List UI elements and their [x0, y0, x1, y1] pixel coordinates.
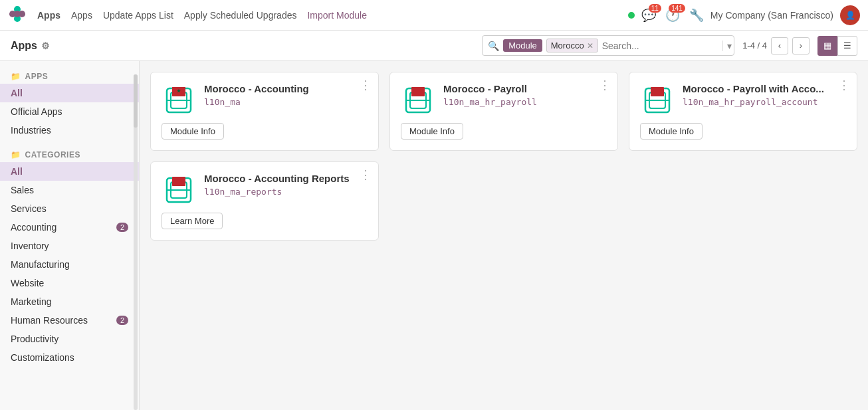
- page-title: Apps ⚙: [11, 40, 50, 52]
- messages-badge: 11: [649, 4, 661, 13]
- sidebar-item-human-resources[interactable]: Human Resources 2: [0, 311, 139, 330]
- card-icon-1: [401, 83, 435, 118]
- svg-point-4: [14, 11, 21, 17]
- folder-icon-2: 📁: [11, 150, 21, 159]
- user-avatar[interactable]: 👤: [840, 5, 860, 25]
- card-action-button-1[interactable]: Module Info: [401, 123, 463, 140]
- app-card-0: ⋮ Morocco - Acc: [150, 72, 379, 151]
- sidebar-item-all-categories[interactable]: All: [0, 162, 139, 181]
- sidebar-item-accounting[interactable]: Accounting 2: [0, 218, 139, 237]
- top-navigation: Apps Apps Update Apps List Apply Schedul…: [0, 0, 868, 31]
- search-bar: 🔍 Module Morocco ✕ ▾: [482, 35, 734, 56]
- search-dropdown-icon[interactable]: ▾: [722, 41, 732, 51]
- messages-button[interactable]: 💬 11: [641, 8, 656, 23]
- apps-grid: ⋮ Morocco - Acc: [150, 72, 857, 241]
- settings-gear-icon[interactable]: ⚙: [41, 41, 50, 51]
- card-menu-button-2[interactable]: ⋮: [838, 79, 850, 91]
- app-card-3: ⋮ Morocco - Accounting Reports l10n_ma_r…: [150, 161, 379, 241]
- folder-icon: 📁: [11, 72, 21, 81]
- card-title-3: Morocco - Accounting Reports: [204, 173, 368, 184]
- nav-link-import[interactable]: Import Module: [307, 10, 366, 21]
- apps-home-link[interactable]: Apps: [37, 10, 60, 21]
- card-action-button-0[interactable]: Module Info: [162, 123, 224, 140]
- pagination: 1-4 / 4 ‹ ›: [742, 37, 810, 54]
- nav-link-update[interactable]: Update Apps List: [103, 10, 173, 21]
- sidebar-item-customizations[interactable]: Customizations: [0, 348, 139, 367]
- card-icon-3: [162, 173, 196, 207]
- nav-links: Apps Update Apps List Apply Scheduled Up…: [71, 10, 367, 21]
- sidebar-item-website[interactable]: Website: [0, 274, 139, 292]
- card-icon-2: [640, 83, 675, 118]
- card-title-0: Morocco - Accounting: [204, 83, 368, 94]
- sidebar: 📁 APPS All Official Apps Industries 📁 CA…: [0, 61, 140, 410]
- settings-icon[interactable]: 🔧: [689, 8, 704, 23]
- card-title-2: Morocco - Payroll with Acco...: [683, 83, 846, 94]
- main-layout: 📁 APPS All Official Apps Industries 📁 CA…: [0, 61, 868, 410]
- company-name[interactable]: My Company (San Francisco): [710, 10, 833, 21]
- grid-view-button[interactable]: ▦: [817, 36, 837, 56]
- card-module-3: l10n_ma_reports: [204, 187, 368, 197]
- categories-section-header: 📁 CATEGORIES: [0, 145, 139, 162]
- card-module-2: l10n_ma_hr_payroll_account: [683, 97, 846, 107]
- activity-button[interactable]: 🕐 141: [665, 8, 680, 23]
- sidebar-item-marketing[interactable]: Marketing: [0, 292, 139, 311]
- sidebar-item-inventory[interactable]: Inventory: [0, 237, 139, 255]
- sidebar-item-all-apps[interactable]: All: [0, 84, 139, 102]
- nav-link-upgrades[interactable]: Apply Scheduled Upgrades: [184, 10, 297, 21]
- card-menu-button-1[interactable]: ⋮: [599, 79, 611, 91]
- sidebar-item-services[interactable]: Services: [0, 199, 139, 218]
- card-menu-button-0[interactable]: ⋮: [360, 79, 372, 91]
- app-card-1: ⋮ Morocco - Payroll l10n_ma_hr_payroll: [389, 72, 618, 151]
- online-status-dot: [628, 12, 635, 19]
- sidebar-item-productivity[interactable]: Productivity: [0, 330, 139, 348]
- scrollbar-track: [134, 74, 138, 410]
- nav-link-apps[interactable]: Apps: [71, 10, 92, 21]
- list-view-button[interactable]: ☰: [837, 36, 857, 56]
- search-tag-module[interactable]: Module: [503, 39, 542, 52]
- card-icon-0: [162, 83, 196, 118]
- card-action-button-3[interactable]: Learn More: [162, 213, 223, 229]
- pagination-range: 1-4 / 4: [742, 41, 767, 51]
- sidebar-item-manufacturing[interactable]: Manufacturing: [0, 255, 139, 274]
- card-module-1: l10n_ma_hr_payroll: [443, 97, 607, 107]
- svg-rect-22: [172, 177, 185, 186]
- search-icon: 🔍: [488, 41, 499, 51]
- hr-count-badge: 2: [116, 316, 128, 325]
- list-icon: ☰: [843, 41, 851, 51]
- app-card-2: ⋮ Morocco - Payroll with Acco... l10n_ma…: [629, 72, 857, 151]
- grid-icon: ▦: [823, 41, 831, 51]
- sidebar-item-industries[interactable]: Industries: [0, 121, 139, 140]
- svg-rect-18: [651, 87, 664, 96]
- apps-section-header: 📁 APPS: [0, 66, 139, 84]
- remove-filter-icon[interactable]: ✕: [587, 41, 594, 51]
- card-module-0: l10n_ma: [204, 97, 368, 107]
- sidebar-item-official-apps[interactable]: Official Apps: [0, 102, 139, 121]
- sub-header: Apps ⚙ 🔍 Module Morocco ✕ ▾ 1-4 / 4 ‹ › …: [0, 31, 868, 61]
- scrollbar-thumb[interactable]: [134, 74, 138, 128]
- view-toggle: ▦ ☰: [817, 36, 857, 56]
- search-filter-morocco[interactable]: Morocco ✕: [546, 39, 598, 52]
- top-nav-right: 💬 11 🕐 141 🔧 My Company (San Francisco) …: [628, 5, 860, 25]
- card-action-button-2[interactable]: Module Info: [640, 123, 703, 140]
- activity-badge: 141: [669, 4, 685, 13]
- accounting-count-badge: 2: [116, 223, 128, 232]
- card-title-1: Morocco - Payroll: [443, 83, 607, 94]
- pagination-prev[interactable]: ‹: [771, 37, 788, 54]
- content-area: ⋮ Morocco - Acc: [140, 61, 868, 410]
- pagination-next[interactable]: ›: [792, 37, 810, 54]
- card-menu-button-3[interactable]: ⋮: [360, 169, 372, 181]
- svg-rect-14: [411, 87, 425, 96]
- odoo-logo[interactable]: [8, 5, 27, 25]
- sidebar-item-sales[interactable]: Sales: [0, 181, 139, 199]
- search-input[interactable]: [602, 41, 718, 51]
